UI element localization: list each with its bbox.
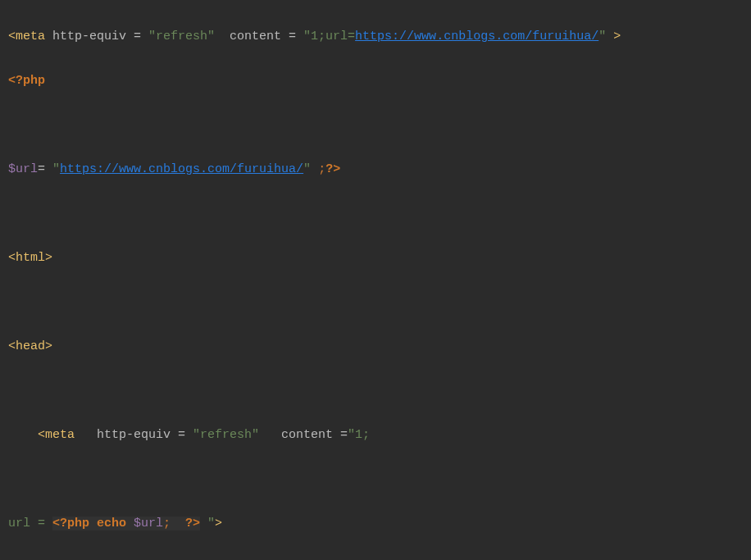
code-line[interactable]: [8, 114, 751, 136]
code-line[interactable]: url = <?php echo $url; ?> ">: [8, 512, 751, 535]
string-token: ": [303, 162, 318, 176]
code-line[interactable]: <meta http-equiv = "refresh" content = "…: [8, 25, 751, 48]
tag-token: >: [215, 517, 222, 530]
string-token: "refresh": [148, 30, 215, 43]
code-line[interactable]: [8, 557, 751, 560]
php-punct-token: ;: [318, 162, 325, 176]
url-token: https://www.cnblogs.com/furuihua/: [60, 162, 303, 176]
code-line[interactable]: <head>: [8, 335, 751, 357]
text-token: =: [38, 162, 52, 176]
string-token: url =: [8, 517, 52, 530]
tag-token: <html>: [8, 251, 52, 265]
php-open-token: <?php: [8, 74, 45, 88]
code-line[interactable]: [8, 203, 751, 225]
string-token: "1;url=: [303, 30, 355, 43]
attr-token: http-equiv =: [97, 428, 193, 442]
string-token: "1;: [348, 428, 370, 442]
php-var-token: $url: [134, 517, 163, 530]
tag-token: <head>: [8, 339, 52, 353]
string-token: "refresh": [193, 428, 259, 442]
php-open-token: <?php echo: [52, 517, 134, 530]
php-close-token: ?>: [185, 517, 200, 530]
string-token: ": [52, 162, 60, 176]
php-var-token: $url: [8, 162, 38, 176]
php-close-token: ?>: [325, 162, 340, 176]
code-line[interactable]: <meta http-equiv = "refresh" content ="1…: [8, 424, 751, 446]
string-token: ": [599, 30, 613, 43]
code-line[interactable]: [8, 291, 751, 313]
code-line[interactable]: <html>: [8, 247, 751, 269]
code-line[interactable]: [8, 468, 751, 490]
code-editor[interactable]: <meta http-equiv = "refresh" content = "…: [0, 0, 751, 560]
tag-token: >: [613, 30, 621, 43]
code-line[interactable]: [8, 380, 751, 402]
attr-token: content =: [259, 428, 348, 442]
tag-token: <meta: [8, 30, 52, 43]
code-line[interactable]: $url= "https://www.cnblogs.com/furuihua/…: [8, 158, 751, 180]
php-punct-token: ;: [163, 517, 185, 530]
tag-token: <meta: [8, 428, 97, 442]
attr-token: content =: [215, 30, 303, 43]
string-token: ": [200, 517, 215, 530]
attr-token: http-equiv =: [52, 30, 148, 43]
url-token: https://www.cnblogs.com/furuihua/: [355, 30, 599, 43]
code-line[interactable]: <?php: [8, 70, 751, 92]
